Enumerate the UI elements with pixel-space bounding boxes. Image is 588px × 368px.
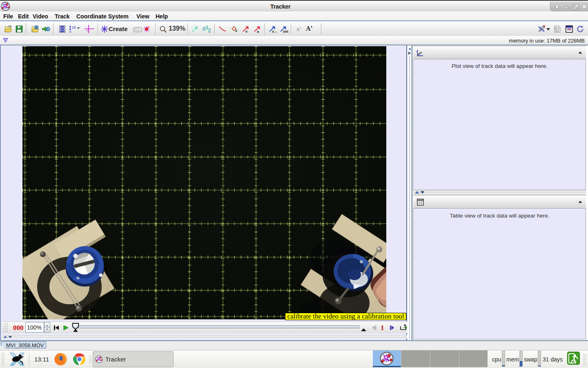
- svg-text:xm: xm: [283, 29, 288, 33]
- svg-text:x↔: x↔: [272, 29, 278, 33]
- svg-text:A: A: [306, 25, 311, 32]
- svg-text:a: a: [257, 29, 259, 33]
- svg-text:10: 10: [72, 25, 76, 29]
- svg-text:2: 2: [208, 27, 211, 33]
- svg-text:A: A: [296, 27, 300, 32]
- svg-text:x: x: [235, 29, 237, 33]
- svg-text:v: v: [245, 29, 247, 33]
- svg-text:0: 0: [203, 26, 205, 32]
